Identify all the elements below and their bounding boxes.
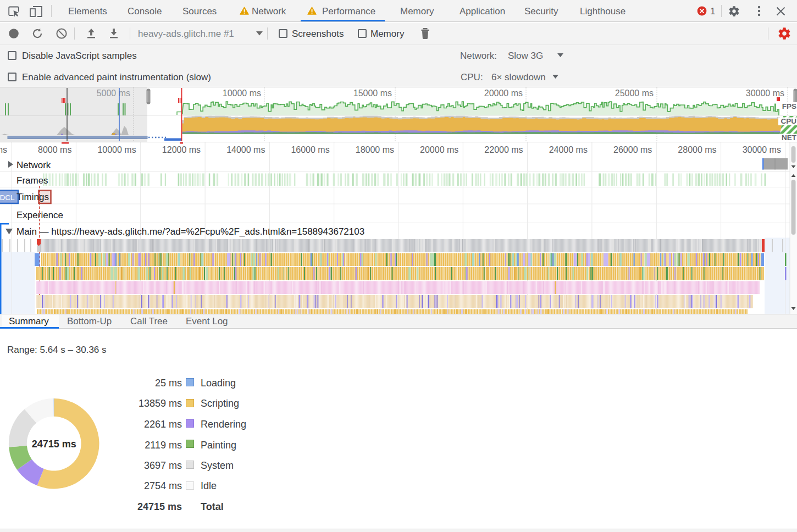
svg-text:26000 ms: 26000 ms xyxy=(613,145,652,154)
svg-text:CPU: CPU xyxy=(781,117,796,125)
svg-text:FPS: FPS xyxy=(782,102,796,110)
svg-text:Frames: Frames xyxy=(16,175,48,186)
svg-text:30000 ms: 30000 ms xyxy=(746,88,784,98)
svg-text:NET: NET xyxy=(782,134,797,142)
svg-text:16000 ms: 16000 ms xyxy=(291,145,329,154)
svg-text:30000 ms: 30000 ms xyxy=(743,145,781,154)
svg-text:25000 ms: 25000 ms xyxy=(615,88,654,98)
svg-text:Network: Network xyxy=(16,160,51,170)
svg-text:15000 ms: 15000 ms xyxy=(353,88,392,98)
svg-text:22000 ms: 22000 ms xyxy=(484,145,523,154)
svg-text:10000 ms: 10000 ms xyxy=(223,88,261,98)
svg-text:18000 ms: 18000 ms xyxy=(356,145,394,154)
svg-text:24715 ms: 24715 ms xyxy=(32,439,76,450)
svg-text:20000 ms: 20000 ms xyxy=(420,145,458,154)
svg-text:6000 ms: 6000 ms xyxy=(0,145,7,154)
svg-text:24000 ms: 24000 ms xyxy=(549,145,588,154)
svg-text:Main — https://heavy-ads.glitc: Main — https://heavy-ads.glitch.me/?ad=%… xyxy=(16,226,364,237)
svg-text:Timings: Timings xyxy=(16,192,49,202)
svg-text:20000 ms: 20000 ms xyxy=(484,88,523,98)
svg-text:28000 ms: 28000 ms xyxy=(678,145,716,154)
svg-text:DCL: DCL xyxy=(0,193,15,202)
svg-text:12000 ms: 12000 ms xyxy=(162,145,201,154)
svg-text:10000 ms: 10000 ms xyxy=(97,145,136,154)
svg-text:8000 ms: 8000 ms xyxy=(38,145,71,154)
svg-text:14000 ms: 14000 ms xyxy=(226,145,265,154)
